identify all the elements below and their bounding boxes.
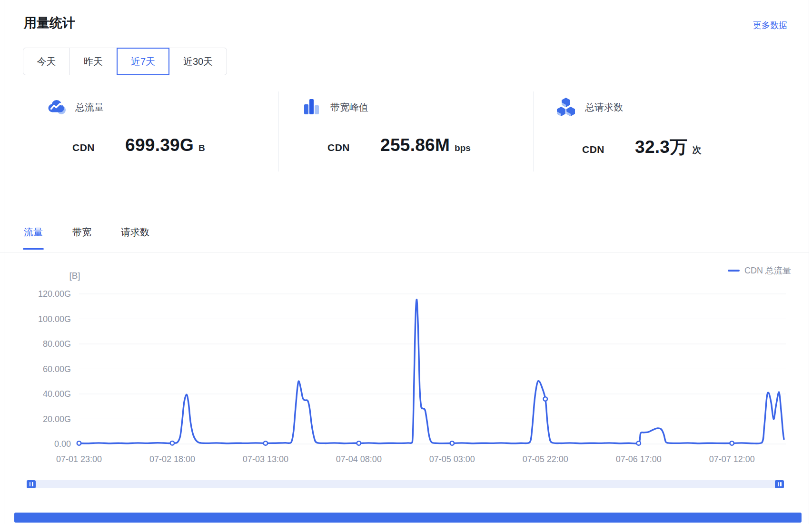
cloud-traffic-icon [45,96,67,118]
stat-card-peak-bandwidth: 带宽峰值 CDN 255.86M bps [278,91,533,171]
stat-unit: B [198,143,205,153]
data-point-marker[interactable] [170,441,174,445]
svg-text:40.00G: 40.00G [43,389,71,399]
range-button-last7days[interactable]: 近7天 [117,48,169,75]
panel-left-border [4,0,4,524]
stat-card-total-requests: 总请求数 CDN 32.3万 次 [533,91,788,171]
range-button-today[interactable]: 今天 [23,48,70,75]
panel-right-border [809,0,809,524]
stat-value: 699.39G [125,135,194,155]
stat-label: 总流量 [75,101,104,114]
tab-traffic[interactable]: 流量 [24,226,43,252]
data-point-marker[interactable] [264,441,267,445]
chart-metric-tabs: 流量 带宽 请求数 [0,219,809,252]
stats-summary-row: 总流量 CDN 699.39G B 带宽峰值 CDN 255.86M bps [24,91,788,171]
date-range-group: 今天 昨天 近7天 近30天 [23,48,227,75]
usage-statistics-panel: 0.0020.00G40.00G60.00G80.00G100.00G120.0… [0,0,812,524]
horizontal-scrollbar-thumb[interactable] [14,513,802,523]
svg-text:07-01 23:00: 07-01 23:00 [56,454,102,464]
data-point-marker[interactable] [730,441,733,445]
data-point-marker[interactable] [544,397,547,401]
legend-label: CDN 总流量 [744,265,791,276]
svg-text:20.00G: 20.00G [43,414,71,424]
svg-text:120.00G: 120.00G [38,289,71,299]
stat-unit: bps [455,143,471,153]
datazoom-right-handle[interactable] [775,480,784,488]
tab-bandwidth[interactable]: 带宽 [72,226,91,252]
svg-text:0.00: 0.00 [54,439,71,449]
svg-text:07-02 18:00: 07-02 18:00 [149,454,195,464]
data-point-marker[interactable] [450,441,454,445]
datazoom-slider-track[interactable] [27,480,784,488]
stat-product: CDN [327,142,350,153]
svg-text:07-04 08:00: 07-04 08:00 [336,454,382,464]
stat-card-total-traffic: 总流量 CDN 699.39G B [24,91,278,171]
legend-line-swatch [728,270,740,272]
data-point-marker[interactable] [77,441,81,445]
chart-legend[interactable]: CDN 总流量 [728,265,791,276]
range-button-yesterday[interactable]: 昨天 [69,48,117,75]
stat-label: 带宽峰值 [330,101,368,114]
request-cubes-icon [555,96,577,118]
datazoom-left-handle[interactable] [27,480,36,488]
svg-text:07-07 12:00: 07-07 12:00 [709,454,755,464]
stat-product: CDN [72,142,95,153]
svg-text:07-06 17:00: 07-06 17:00 [616,454,662,464]
svg-text:80.00G: 80.00G [43,339,71,349]
bandwidth-bars-icon [300,96,322,118]
stat-label: 总请求数 [585,101,623,114]
stat-product: CDN [582,144,604,155]
stat-unit: 次 [693,144,702,156]
stat-value: 32.3万 [635,135,688,159]
tab-requests[interactable]: 请求数 [121,226,149,252]
svg-text:07-03 13:00: 07-03 13:00 [243,454,288,464]
svg-text:60.00G: 60.00G [43,364,71,374]
data-point-marker[interactable] [357,441,361,445]
svg-text:100.00G: 100.00G [38,314,71,324]
page-title: 用量统计 [24,14,75,31]
data-point-marker[interactable] [637,441,641,445]
range-button-last30days[interactable]: 近30天 [169,48,227,75]
stat-value: 255.86M [380,135,450,155]
svg-text:[B]: [B] [69,271,80,281]
svg-text:07-05 22:00: 07-05 22:00 [523,454,568,464]
more-data-link[interactable]: 更多数据 [753,20,787,31]
svg-text:07-05 03:00: 07-05 03:00 [429,454,475,464]
